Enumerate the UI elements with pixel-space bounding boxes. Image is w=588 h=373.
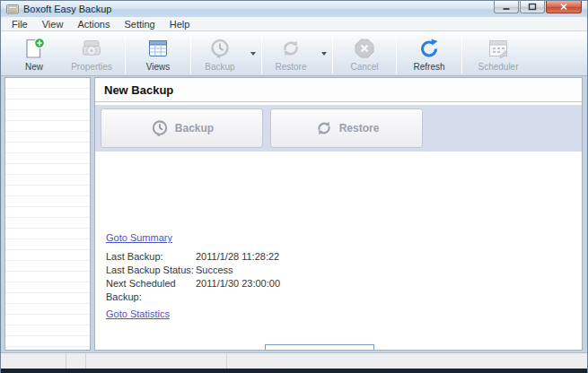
menu-setting[interactable]: Setting [117, 18, 162, 30]
info-label: Last Backup: [106, 250, 196, 264]
title-bar[interactable]: Boxoft Easy Backup [1, 1, 587, 17]
chevron-down-icon [250, 52, 256, 56]
backup-info: Last Backup: 2011/1/28 11:28:22 Last Bac… [106, 250, 582, 304]
toolbar-separator [261, 34, 262, 74]
toolbar-label: Refresh [413, 62, 444, 72]
combo-dropdown-button[interactable] [360, 345, 373, 351]
toolbar-label: Cancel [350, 62, 378, 72]
goto-statistics-link[interactable]: Goto Statistics [106, 308, 170, 319]
toolbar-separator [332, 34, 333, 74]
restore-big-button[interactable]: Restore [270, 108, 423, 148]
views-grid-icon [146, 37, 170, 60]
startup-option-row: When program starts go directly to: Brie… [106, 344, 582, 351]
main-panel: New Backup Backup [94, 77, 583, 351]
backup-clock-icon [150, 118, 170, 138]
toolbar-button-new[interactable]: New [8, 33, 60, 74]
backup-big-button-label: Backup [175, 122, 214, 134]
app-window: Boxoft Easy Backup File View Actions Set… [0, 0, 588, 373]
status-segment [227, 353, 587, 369]
toolbar-button-views[interactable]: Views [127, 33, 189, 74]
info-value: 2011/1/30 23:00:00 [196, 277, 280, 304]
page-title: New Backup [95, 78, 582, 102]
toolbar-button-properties[interactable]: Properties [60, 33, 123, 74]
startup-target-value: Brief [269, 348, 360, 351]
info-row-last-status: Last Backup Status: Success [106, 264, 582, 277]
backup-big-button[interactable]: Backup [101, 108, 263, 148]
minimize-button[interactable] [494, 1, 519, 13]
refresh-icon [417, 37, 441, 60]
properties-icon [80, 37, 103, 60]
status-segment [1, 353, 66, 369]
menu-bar: File View Actions Setting Help [1, 17, 587, 31]
backup-dropdown-button[interactable] [247, 34, 259, 74]
restore-arrows-icon [314, 118, 334, 138]
info-row-next-scheduled: Next Scheduled Backup: 2011/1/30 23:00:0… [106, 277, 582, 304]
menu-actions[interactable]: Actions [70, 18, 117, 30]
startup-option-label: When program starts go directly to: [106, 348, 259, 351]
status-segment [66, 353, 86, 369]
chevron-down-icon [321, 52, 327, 56]
startup-target-select[interactable]: Brief [265, 344, 374, 351]
maximize-button[interactable] [520, 1, 545, 13]
goto-summary-link[interactable]: Goto Summary [106, 232, 172, 243]
backup-task-list[interactable] [4, 77, 91, 351]
toolbar-label: Views [146, 62, 171, 72]
info-value: Success [196, 264, 233, 277]
info-value: 2011/1/28 11:28:22 [196, 250, 279, 264]
toolbar-separator [125, 34, 126, 74]
menu-help[interactable]: Help [162, 18, 197, 30]
window-title: Boxoft Easy Backup [23, 4, 111, 14]
app-icon [6, 4, 19, 14]
restore-dropdown-button[interactable] [318, 34, 330, 74]
info-label: Next Scheduled Backup: [106, 277, 196, 304]
toolbar-button-refresh[interactable]: Refresh [399, 33, 460, 74]
menu-view[interactable]: View [35, 18, 71, 30]
maximize-icon [528, 3, 537, 11]
toolbar: New Properties View [1, 31, 587, 76]
menu-file[interactable]: File [4, 18, 35, 30]
window-bottom-edge [1, 369, 587, 373]
summary-content: Goto Summary Last Backup: 2011/1/28 11:2… [95, 152, 582, 351]
cancel-octagon-icon [353, 37, 376, 60]
scheduler-calendar-icon [487, 37, 510, 60]
toolbar-separator [461, 34, 462, 74]
toolbar-label: Properties [71, 62, 112, 72]
action-strip: Backup Restore [95, 105, 582, 152]
info-label: Last Backup Status: [106, 264, 196, 277]
close-icon [559, 3, 568, 11]
status-segment [86, 353, 227, 369]
toolbar-label: New [25, 62, 43, 72]
new-document-icon [22, 37, 46, 60]
toolbar-label: Scheduler [478, 62, 518, 72]
info-row-last-backup: Last Backup: 2011/1/28 11:28:22 [106, 250, 582, 264]
toolbar-button-backup[interactable]: Backup [193, 33, 247, 74]
window-controls [493, 1, 582, 13]
restore-arrows-icon [279, 37, 303, 60]
toolbar-label: Restore [275, 62, 306, 72]
toolbar-separator [190, 34, 191, 74]
backup-clock-icon [208, 37, 232, 60]
toolbar-separator [396, 34, 397, 74]
minimize-icon [502, 4, 511, 11]
toolbar-button-restore[interactable]: Restore [264, 33, 318, 74]
close-button[interactable] [546, 1, 582, 13]
toolbar-label: Backup [205, 62, 234, 72]
toolbar-button-scheduler[interactable]: Scheduler [464, 33, 532, 74]
restore-big-button-label: Restore [339, 122, 380, 134]
window-body: New Backup Backup [1, 76, 587, 352]
toolbar-button-cancel[interactable]: Cancel [335, 33, 394, 74]
status-bar [1, 352, 587, 369]
